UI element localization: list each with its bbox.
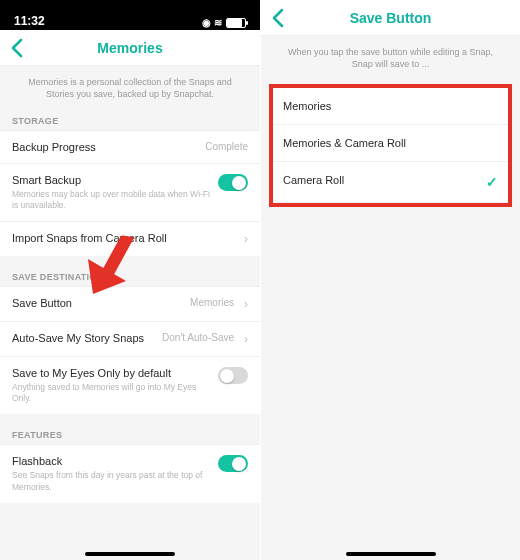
chevron-right-icon: › xyxy=(244,232,248,246)
backup-progress-row[interactable]: Backup Progress Complete xyxy=(0,130,260,163)
row-value: Don't Auto-Save xyxy=(162,332,234,343)
option-label: Camera Roll xyxy=(283,174,478,186)
row-description: See Snaps from this day in years past at… xyxy=(12,470,210,492)
nav-bar: Memories xyxy=(0,30,260,66)
option-memories-camera-roll[interactable]: Memories & Camera Roll xyxy=(273,124,508,161)
home-indicator xyxy=(346,552,436,556)
option-label: Memories xyxy=(283,100,498,112)
row-title: Import Snaps from Camera Roll xyxy=(12,232,234,244)
row-description: Memories may back up over mobile data wh… xyxy=(12,189,210,211)
nav-title: Save Button xyxy=(350,10,432,26)
row-value: Complete xyxy=(205,141,248,152)
flashback-toggle[interactable] xyxy=(218,455,248,472)
options-highlight: Memories Memories & Camera Roll Camera R… xyxy=(269,84,512,207)
chevron-right-icon: › xyxy=(244,297,248,311)
row-title: Auto-Save My Story Snaps xyxy=(12,332,154,344)
eyes-only-row[interactable]: Save to My Eyes Only by default Anything… xyxy=(0,356,260,414)
import-snaps-row[interactable]: Import Snaps from Camera Roll › xyxy=(0,221,260,256)
smart-backup-toggle[interactable] xyxy=(218,174,248,191)
option-camera-roll[interactable]: Camera Roll ✓ xyxy=(273,161,508,203)
section-label-storage: STORAGE xyxy=(0,112,260,130)
flashback-row[interactable]: Flashback See Snaps from this day in yea… xyxy=(0,444,260,502)
home-indicator xyxy=(85,552,175,556)
section-label-save: SAVE DESTINATIONS xyxy=(0,268,260,286)
checkmark-icon: ✓ xyxy=(486,174,498,190)
memories-settings-screen: 11:32 ◉ ≋ Memories Memories is a persona… xyxy=(0,0,260,560)
header-description: Memories is a personal collection of the… xyxy=(0,66,260,112)
battery-icon xyxy=(226,18,246,28)
chevron-left-icon xyxy=(10,38,24,58)
back-button[interactable] xyxy=(10,38,24,62)
row-title: Backup Progress xyxy=(12,141,197,153)
wifi-icon: ◉ ≋ xyxy=(202,17,222,28)
row-title: Save Button xyxy=(12,297,182,309)
chevron-right-icon: › xyxy=(244,332,248,346)
back-button[interactable] xyxy=(271,8,285,32)
row-title: Flashback xyxy=(12,455,210,467)
option-label: Memories & Camera Roll xyxy=(283,137,498,149)
row-title: Smart Backup xyxy=(12,174,210,186)
smart-backup-row[interactable]: Smart Backup Memories may back up over m… xyxy=(0,163,260,221)
nav-bar: Save Button xyxy=(261,0,520,36)
chevron-left-icon xyxy=(271,8,285,28)
eyes-only-toggle[interactable] xyxy=(218,367,248,384)
auto-save-row[interactable]: Auto-Save My Story Snaps Don't Auto-Save… xyxy=(0,321,260,356)
save-button-screen: Save Button When you tap the save button… xyxy=(260,0,520,560)
header-description: When you tap the save button while editi… xyxy=(261,36,520,82)
section-label-features: FEATURES xyxy=(0,426,260,444)
row-description: Anything saved to Memories will go into … xyxy=(12,382,210,404)
row-title: Save to My Eyes Only by default xyxy=(12,367,210,379)
option-memories[interactable]: Memories xyxy=(273,88,508,124)
status-bar: 11:32 ◉ ≋ xyxy=(0,0,260,30)
save-button-row[interactable]: Save Button Memories › xyxy=(0,286,260,321)
status-time: 11:32 xyxy=(14,14,45,28)
nav-title: Memories xyxy=(97,40,162,56)
row-value: Memories xyxy=(190,297,234,308)
